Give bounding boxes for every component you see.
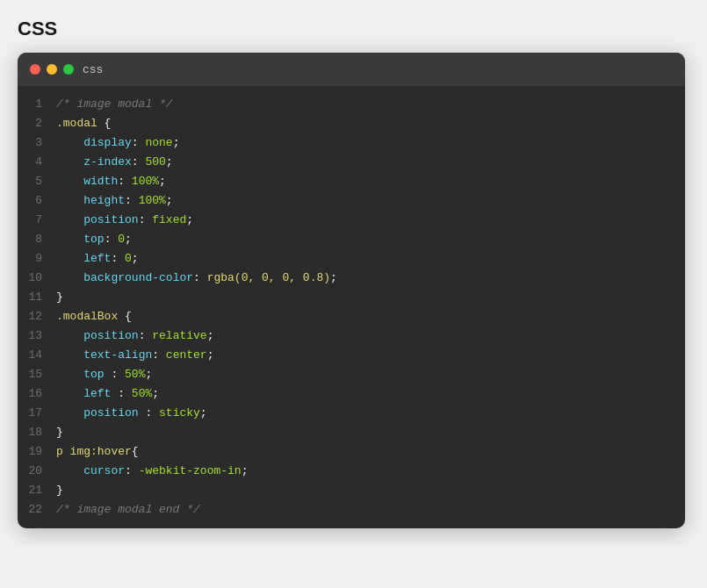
code-token: }	[56, 426, 63, 439]
code-token	[56, 329, 83, 342]
code-token: 50%	[125, 368, 145, 381]
code-token: }	[56, 484, 63, 497]
code-token: {	[97, 117, 112, 130]
code-token	[56, 464, 83, 477]
line-number: 2	[18, 114, 56, 133]
code-line: 16 left : 50%;	[18, 384, 685, 404]
code-line: 10 background-color: rgba(0, 0, 0, 0.8);	[18, 269, 685, 288]
code-line: 19p img:hover{	[18, 442, 685, 462]
code-token: :	[125, 464, 139, 477]
code-token: ;	[173, 136, 180, 149]
line-content: /* image modal */	[56, 95, 173, 114]
code-token: {	[132, 445, 139, 458]
code-token: p img:hover	[56, 445, 132, 458]
line-content: position : sticky;	[56, 404, 207, 423]
code-token: ;	[125, 233, 132, 246]
code-token: position	[83, 213, 138, 226]
code-token: sticky	[159, 406, 200, 419]
code-token: :	[139, 213, 153, 226]
minimize-button[interactable]	[47, 64, 57, 75]
code-token: -webkit-zoom-in	[139, 464, 242, 477]
code-token: :	[193, 271, 207, 284]
code-token	[56, 175, 83, 188]
code-token: :	[139, 329, 153, 342]
line-content: .modal {	[56, 114, 111, 133]
code-line: 18}	[18, 423, 685, 442]
code-token	[56, 136, 83, 149]
tab-label: css	[83, 63, 103, 76]
code-token: .modal	[56, 117, 97, 130]
code-token: cursor	[83, 464, 125, 477]
code-token: display	[83, 136, 132, 149]
code-line: 21}	[18, 481, 685, 500]
line-content: }	[56, 288, 63, 307]
close-button[interactable]	[30, 64, 40, 75]
line-content: left : 50%;	[56, 384, 159, 404]
code-token: :	[125, 194, 139, 207]
line-content: left: 0;	[56, 249, 139, 269]
title-bar: css	[18, 53, 685, 86]
code-token: 500	[145, 155, 165, 169]
line-content: }	[56, 481, 63, 500]
code-token	[56, 194, 83, 207]
code-token: center	[166, 348, 207, 362]
line-content: position: relative;	[56, 326, 213, 346]
line-number: 10	[18, 269, 56, 288]
code-token: :	[132, 155, 146, 169]
line-content: width: 100%;	[56, 172, 166, 191]
maximize-button[interactable]	[63, 64, 74, 75]
line-content: }	[56, 423, 63, 442]
code-line: 2.modal {	[18, 114, 685, 133]
code-token	[56, 155, 83, 169]
code-token: background-color	[83, 271, 193, 284]
page-title: CSS	[18, 18, 689, 40]
code-line: 5 width: 100%;	[18, 172, 685, 191]
code-token: fixed	[152, 213, 186, 226]
line-number: 9	[18, 249, 56, 269]
code-line: 6 height: 100%;	[18, 191, 685, 211]
code-line: 7 position: fixed;	[18, 211, 685, 230]
code-token	[56, 348, 83, 362]
code-token: .modalBox	[56, 310, 118, 323]
code-token: 0	[118, 233, 125, 246]
code-line: 4 z-index: 500;	[18, 153, 685, 172]
code-token: left	[83, 252, 111, 265]
editor-window: css 1/* image modal */2.modal {3 display…	[18, 53, 685, 528]
code-token: }	[56, 290, 63, 304]
code-token: 100%	[139, 194, 166, 207]
code-token: top	[83, 233, 104, 246]
line-number: 1	[18, 95, 56, 114]
code-token: ;	[145, 368, 152, 381]
code-token: none	[145, 136, 172, 149]
code-token: {	[118, 310, 132, 323]
line-number: 5	[18, 172, 56, 191]
code-token: left	[83, 387, 111, 400]
code-token: top	[83, 368, 104, 381]
code-editor: 1/* image modal */2.modal {3 display: no…	[18, 86, 685, 528]
code-token: rgba(0, 0, 0, 0.8)	[207, 271, 330, 284]
line-number: 7	[18, 211, 56, 230]
code-token: /* image modal */	[56, 97, 173, 111]
code-token	[56, 387, 83, 400]
code-token: ;	[207, 329, 214, 342]
line-number: 8	[18, 230, 56, 249]
code-token	[56, 406, 83, 419]
line-number: 4	[18, 153, 56, 172]
code-token: position	[83, 406, 138, 419]
code-token: ;	[200, 406, 207, 419]
line-content: p img:hover{	[56, 442, 139, 462]
line-number: 22	[18, 500, 56, 520]
code-line: 3 display: none;	[18, 133, 685, 153]
line-content: position: fixed;	[56, 211, 193, 230]
code-token: :	[105, 368, 125, 381]
code-token: :	[139, 406, 159, 419]
code-token: ;	[132, 252, 139, 265]
code-line: 12.modalBox {	[18, 307, 685, 326]
code-token: text-align	[83, 348, 152, 362]
code-token: :	[152, 348, 166, 362]
code-token: width	[83, 175, 118, 188]
line-number: 17	[18, 404, 56, 423]
line-number: 15	[18, 365, 56, 384]
line-number: 16	[18, 384, 56, 404]
line-number: 19	[18, 442, 56, 462]
